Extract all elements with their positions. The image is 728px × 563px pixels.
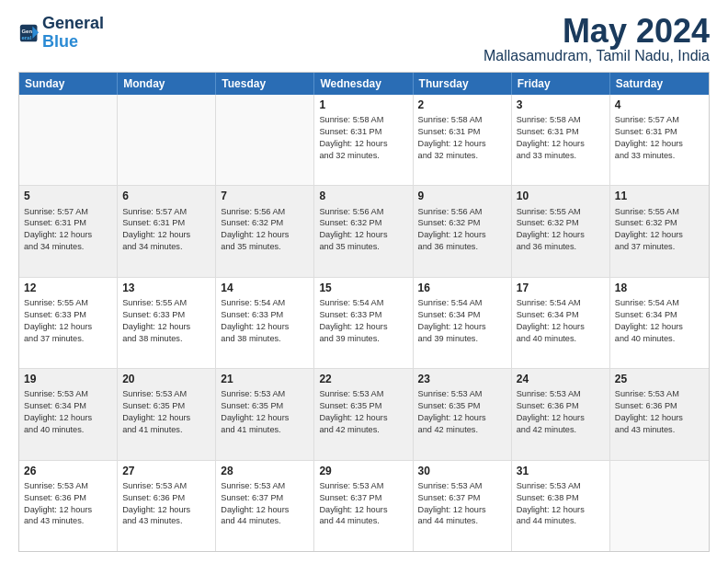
calendar-cell: 4Sunrise: 5:57 AMSunset: 6:31 PMDaylight… xyxy=(610,95,709,185)
calendar-cell: 22Sunrise: 5:53 AMSunset: 6:35 PMDayligh… xyxy=(314,369,413,459)
cell-info: Sunrise: 5:53 AMSunset: 6:36 PMDaylight:… xyxy=(517,389,585,434)
page: Gen eral General Blue May 2024 Mallasamu… xyxy=(0,0,728,563)
day-number: 16 xyxy=(418,281,506,295)
day-number: 26 xyxy=(24,464,112,478)
calendar-cell: 11Sunrise: 5:55 AMSunset: 6:32 PMDayligh… xyxy=(610,186,709,276)
cell-info: Sunrise: 5:54 AMSunset: 6:34 PMDaylight:… xyxy=(615,298,683,343)
cell-info: Sunrise: 5:54 AMSunset: 6:33 PMDaylight:… xyxy=(319,298,387,343)
day-number: 21 xyxy=(221,372,309,386)
day-number: 3 xyxy=(517,98,605,112)
calendar-row-5: 26Sunrise: 5:53 AMSunset: 6:36 PMDayligh… xyxy=(19,460,709,551)
calendar-cell: 24Sunrise: 5:53 AMSunset: 6:36 PMDayligh… xyxy=(512,369,610,459)
day-number: 6 xyxy=(122,189,210,203)
day-number: 13 xyxy=(122,281,210,295)
cell-info: Sunrise: 5:55 AMSunset: 6:32 PMDaylight:… xyxy=(615,207,683,252)
calendar-cell: 26Sunrise: 5:53 AMSunset: 6:36 PMDayligh… xyxy=(19,461,118,551)
calendar-cell: 16Sunrise: 5:54 AMSunset: 6:34 PMDayligh… xyxy=(414,278,512,368)
day-number: 30 xyxy=(418,464,506,478)
cell-info: Sunrise: 5:55 AMSunset: 6:32 PMDaylight:… xyxy=(517,207,585,252)
calendar-cell: 29Sunrise: 5:53 AMSunset: 6:37 PMDayligh… xyxy=(314,461,413,551)
cell-info: Sunrise: 5:58 AMSunset: 6:31 PMDaylight:… xyxy=(418,115,486,160)
cell-info: Sunrise: 5:53 AMSunset: 6:35 PMDaylight:… xyxy=(122,389,190,434)
day-number: 17 xyxy=(517,281,605,295)
calendar-cell: 15Sunrise: 5:54 AMSunset: 6:33 PMDayligh… xyxy=(314,278,413,368)
cell-info: Sunrise: 5:53 AMSunset: 6:35 PMDaylight:… xyxy=(221,389,289,434)
calendar-cell: 9Sunrise: 5:56 AMSunset: 6:32 PMDaylight… xyxy=(414,186,512,276)
day-number: 11 xyxy=(615,189,704,203)
cell-info: Sunrise: 5:53 AMSunset: 6:37 PMDaylight:… xyxy=(319,481,387,526)
calendar-cell xyxy=(610,461,709,551)
calendar-row-1: 1Sunrise: 5:58 AMSunset: 6:31 PMDaylight… xyxy=(19,95,709,185)
calendar-cell: 8Sunrise: 5:56 AMSunset: 6:32 PMDaylight… xyxy=(314,186,413,276)
calendar-cell: 21Sunrise: 5:53 AMSunset: 6:35 PMDayligh… xyxy=(216,369,314,459)
day-number: 4 xyxy=(615,98,704,112)
day-number: 23 xyxy=(418,372,506,386)
calendar-cell: 18Sunrise: 5:54 AMSunset: 6:34 PMDayligh… xyxy=(610,278,709,368)
cell-info: Sunrise: 5:57 AMSunset: 6:31 PMDaylight:… xyxy=(122,207,190,252)
cell-info: Sunrise: 5:57 AMSunset: 6:31 PMDaylight:… xyxy=(615,115,683,160)
calendar-cell: 10Sunrise: 5:55 AMSunset: 6:32 PMDayligh… xyxy=(512,186,610,276)
day-number: 19 xyxy=(24,372,112,386)
cell-info: Sunrise: 5:56 AMSunset: 6:32 PMDaylight:… xyxy=(418,207,486,252)
day-number: 24 xyxy=(517,372,605,386)
calendar-row-3: 12Sunrise: 5:55 AMSunset: 6:33 PMDayligh… xyxy=(19,277,709,368)
calendar-cell xyxy=(19,95,118,185)
cell-info: Sunrise: 5:56 AMSunset: 6:32 PMDaylight:… xyxy=(319,207,387,252)
svg-text:Gen: Gen xyxy=(22,29,33,34)
logo-line1: General xyxy=(42,15,104,33)
cell-info: Sunrise: 5:53 AMSunset: 6:36 PMDaylight:… xyxy=(615,389,683,434)
weekday-header-thursday: Thursday xyxy=(414,73,512,95)
weekday-header-friday: Friday xyxy=(512,73,610,95)
day-number: 14 xyxy=(221,281,309,295)
cell-info: Sunrise: 5:54 AMSunset: 6:34 PMDaylight:… xyxy=(418,298,486,343)
calendar-cell: 20Sunrise: 5:53 AMSunset: 6:35 PMDayligh… xyxy=(118,369,216,459)
day-number: 25 xyxy=(615,372,704,386)
calendar-cell: 12Sunrise: 5:55 AMSunset: 6:33 PMDayligh… xyxy=(19,278,118,368)
calendar-cell: 7Sunrise: 5:56 AMSunset: 6:32 PMDaylight… xyxy=(216,186,314,276)
cell-info: Sunrise: 5:53 AMSunset: 6:34 PMDaylight:… xyxy=(24,389,92,434)
day-number: 9 xyxy=(418,189,506,203)
cell-info: Sunrise: 5:53 AMSunset: 6:35 PMDaylight:… xyxy=(418,389,486,434)
header: Gen eral General Blue May 2024 Mallasamu… xyxy=(18,15,710,64)
cell-info: Sunrise: 5:58 AMSunset: 6:31 PMDaylight:… xyxy=(319,115,387,160)
svg-text:eral: eral xyxy=(22,35,32,40)
day-number: 22 xyxy=(319,372,407,386)
calendar-row-4: 19Sunrise: 5:53 AMSunset: 6:34 PMDayligh… xyxy=(19,368,709,459)
calendar-cell: 13Sunrise: 5:55 AMSunset: 6:33 PMDayligh… xyxy=(118,278,216,368)
logo-icon: Gen eral xyxy=(18,23,40,43)
calendar-cell: 3Sunrise: 5:58 AMSunset: 6:31 PMDaylight… xyxy=(512,95,610,185)
calendar-body: 1Sunrise: 5:58 AMSunset: 6:31 PMDaylight… xyxy=(19,95,709,551)
day-number: 29 xyxy=(319,464,407,478)
weekday-header-saturday: Saturday xyxy=(610,73,709,95)
cell-info: Sunrise: 5:53 AMSunset: 6:38 PMDaylight:… xyxy=(517,481,585,526)
cell-info: Sunrise: 5:58 AMSunset: 6:31 PMDaylight:… xyxy=(517,115,585,160)
day-number: 10 xyxy=(517,189,605,203)
cell-info: Sunrise: 5:53 AMSunset: 6:35 PMDaylight:… xyxy=(319,389,387,434)
day-number: 1 xyxy=(319,98,407,112)
weekday-header-monday: Monday xyxy=(118,73,216,95)
weekday-header-wednesday: Wednesday xyxy=(314,73,413,95)
calendar-cell: 31Sunrise: 5:53 AMSunset: 6:38 PMDayligh… xyxy=(512,461,610,551)
calendar-cell xyxy=(118,95,216,185)
calendar-cell: 1Sunrise: 5:58 AMSunset: 6:31 PMDaylight… xyxy=(314,95,413,185)
calendar-cell: 28Sunrise: 5:53 AMSunset: 6:37 PMDayligh… xyxy=(216,461,314,551)
calendar-cell: 19Sunrise: 5:53 AMSunset: 6:34 PMDayligh… xyxy=(19,369,118,459)
cell-info: Sunrise: 5:53 AMSunset: 6:37 PMDaylight:… xyxy=(221,481,289,526)
calendar-cell: 14Sunrise: 5:54 AMSunset: 6:33 PMDayligh… xyxy=(216,278,314,368)
calendar-cell: 2Sunrise: 5:58 AMSunset: 6:31 PMDaylight… xyxy=(414,95,512,185)
calendar: SundayMondayTuesdayWednesdayThursdayFrid… xyxy=(18,72,710,552)
calendar-header: SundayMondayTuesdayWednesdayThursdayFrid… xyxy=(19,73,709,95)
day-number: 31 xyxy=(517,464,605,478)
cell-info: Sunrise: 5:57 AMSunset: 6:31 PMDaylight:… xyxy=(24,207,92,252)
day-number: 5 xyxy=(24,189,112,203)
title-area: May 2024 Mallasamudram, Tamil Nadu, Indi… xyxy=(483,15,710,64)
weekday-header-tuesday: Tuesday xyxy=(216,73,314,95)
day-number: 18 xyxy=(615,281,704,295)
cell-info: Sunrise: 5:54 AMSunset: 6:34 PMDaylight:… xyxy=(517,298,585,343)
day-number: 28 xyxy=(221,464,309,478)
cell-info: Sunrise: 5:53 AMSunset: 6:36 PMDaylight:… xyxy=(24,481,92,526)
day-number: 7 xyxy=(221,189,309,203)
calendar-cell: 5Sunrise: 5:57 AMSunset: 6:31 PMDaylight… xyxy=(19,186,118,276)
calendar-cell: 27Sunrise: 5:53 AMSunset: 6:36 PMDayligh… xyxy=(118,461,216,551)
logo-line2: Blue xyxy=(42,33,104,52)
